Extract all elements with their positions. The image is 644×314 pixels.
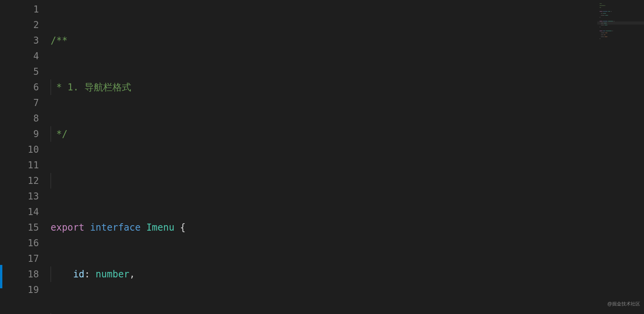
gutter-marker [0,265,2,288]
line-number: 3 [0,33,39,48]
code-area[interactable]: /** * 1. 导航栏格式 */ export interface Imenu… [51,0,644,314]
code-line[interactable]: * 1. 导航栏格式 [51,79,644,95]
punct: , [129,269,135,280]
code-line[interactable]: id: number, [51,266,644,282]
line-number: 14 [0,204,39,220]
line-number: 9 [0,126,39,142]
line-number: 8 [0,111,39,126]
line-number: 16 [0,235,39,251]
code-line[interactable]: /** [51,33,644,48]
line-number: 11 [0,157,39,173]
type-name: Imenu [146,222,174,233]
line-number: 15 [0,220,39,235]
line-number: 18 [0,266,39,282]
line-number-gutter: 1 2 3 4 5 6 7 8 9 10 11 12 13 14 15 16 1… [0,0,51,314]
punct: : [84,269,96,280]
keyword: interface [90,222,141,233]
comment-text: /** [51,35,67,46]
minimap[interactable]: ▂▂▂ ▂▂▂▂▂▂▂▂ ▂▂ ▂▂▂▂ ▂▂▂▂▂▂ ▂▂▂ ▂ ▂▂ ▂▂▂… [597,0,644,314]
line-number: 5 [0,64,39,79]
line-number: 6 [0,79,39,95]
comment-text: */ [51,129,67,139]
line-number: 13 [0,189,39,204]
line-number: 1 [0,2,39,17]
comment-text: 导航栏格式 [84,82,131,93]
brace: { [174,222,186,233]
code-line[interactable] [51,173,644,189]
line-number: 10 [0,142,39,157]
code-editor[interactable]: 1 2 3 4 5 6 7 8 9 10 11 12 13 14 15 16 1… [0,0,644,314]
keyword: export [51,222,84,233]
type-name: number [96,269,130,280]
line-number: 7 [0,95,39,111]
line-number: 12 [0,173,39,189]
code-line[interactable]: */ [51,126,644,142]
line-number: 19 [0,282,39,298]
watermark: @掘金技术社区 [607,296,640,312]
property: id [73,269,84,280]
code-line[interactable]: export interface Imenu { [51,220,644,235]
line-number: 17 [0,251,39,266]
line-number: 4 [0,48,39,64]
comment-text: * 1. [51,82,84,93]
line-number: 2 [0,17,39,33]
